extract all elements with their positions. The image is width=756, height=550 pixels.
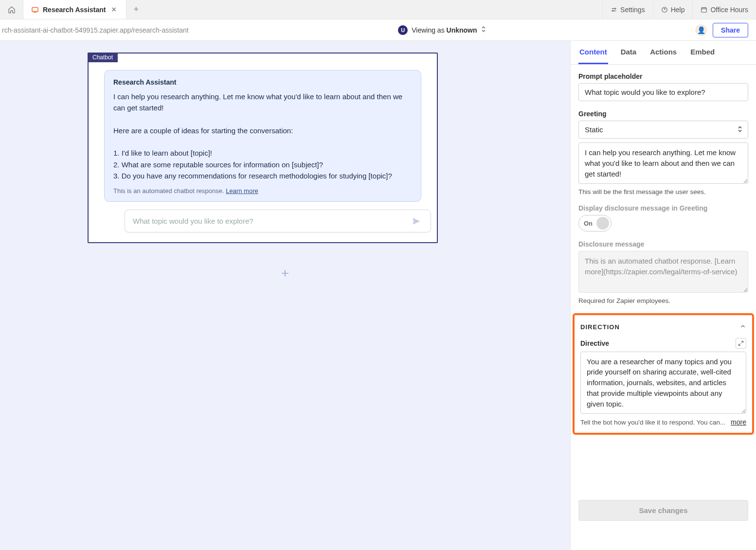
toggle-knob <box>596 217 609 230</box>
help-icon <box>661 6 668 13</box>
home-button[interactable] <box>0 0 23 19</box>
directive-label: Directive <box>580 339 609 347</box>
field-prompt-placeholder: Prompt placeholder <box>578 72 748 101</box>
save-changes-button[interactable]: Save changes <box>578 500 748 521</box>
learn-more-link[interactable]: Learn more <box>226 187 258 195</box>
direction-section-highlight: DIRECTION Directive Tell the bot how y <box>573 313 754 435</box>
chevron-updown-icon <box>481 26 486 34</box>
bot-name: Research Assistant <box>113 78 412 86</box>
help-button[interactable]: Help <box>653 0 693 19</box>
greeting-select[interactable] <box>578 121 748 139</box>
help-label: Help <box>671 6 685 14</box>
direction-title: DIRECTION <box>580 323 620 331</box>
svg-rect-0 <box>32 7 38 12</box>
tab-embed[interactable]: Embed <box>689 41 716 64</box>
close-icon[interactable]: × <box>109 5 118 14</box>
greeting-text: I can help you research anything. Let me… <box>113 91 412 181</box>
settings-icon <box>611 6 617 13</box>
settings-button[interactable]: Settings <box>602 0 653 19</box>
chatbot-block[interactable]: Chatbot Research Assistant I can help yo… <box>88 53 438 243</box>
svg-rect-4 <box>702 7 707 12</box>
profile-avatar[interactable]: 👤 <box>695 24 707 36</box>
add-block-button[interactable] <box>277 266 293 281</box>
send-icon[interactable] <box>412 216 421 226</box>
home-icon <box>8 6 16 14</box>
disclosure-message-textarea <box>578 251 748 292</box>
settings-label: Settings <box>620 6 645 14</box>
more-link[interactable]: more <box>731 418 746 426</box>
tab-research-assistant[interactable]: Research Assistant × <box>23 0 126 19</box>
greeting-textarea[interactable] <box>578 142 748 184</box>
chevron-up-icon <box>739 323 746 331</box>
disclosure-line: This is an automated chatbot response. L… <box>113 187 412 195</box>
new-tab-button[interactable]: + <box>126 0 146 19</box>
greeting-label: Greeting <box>578 110 748 118</box>
disclosure-message-hint: Required for Zapier employees. <box>578 297 748 304</box>
share-button[interactable]: Share <box>713 23 748 37</box>
disclosure-message-label: Disclosure message <box>578 240 748 248</box>
directive-textarea[interactable] <box>580 352 746 414</box>
viewing-as[interactable]: U Viewing as Unknown <box>189 25 695 35</box>
tab-content[interactable]: Content <box>578 41 608 64</box>
direction-section-header[interactable]: DIRECTION <box>580 321 746 333</box>
prompt-placeholder-input[interactable] <box>578 83 748 101</box>
field-disclosure-message: Disclosure message Required for Zapier e… <box>578 240 748 304</box>
chat-greeting-bubble: Research Assistant I can help you resear… <box>104 70 421 202</box>
directive-hint: Tell the bot how you'd like it to respon… <box>580 419 725 426</box>
field-greeting: Greeting This will be the first message … <box>578 110 748 195</box>
tab-data[interactable]: Data <box>620 41 638 64</box>
field-disclosure-toggle: Display disclosure message in Greeting O… <box>578 204 748 231</box>
office-hours-label: Office Hours <box>710 6 748 14</box>
tab-actions[interactable]: Actions <box>649 41 678 64</box>
tab-title: Research Assistant <box>43 6 106 14</box>
user-avatar-icon: U <box>398 25 408 35</box>
canvas[interactable]: Chatbot Research Assistant I can help yo… <box>0 41 570 550</box>
disclosure-toggle-label: Display disclosure message in Greeting <box>578 204 748 212</box>
office-hours-button[interactable]: Office Hours <box>692 0 756 19</box>
disclosure-toggle[interactable]: On <box>578 215 612 231</box>
block-tag: Chatbot <box>88 53 118 62</box>
viewing-as-text: Viewing as Unknown <box>412 26 477 34</box>
calendar-icon <box>701 6 707 13</box>
side-panel: Content Data Actions Embed Prompt placeh… <box>570 41 756 550</box>
prompt-placeholder-label: Prompt placeholder <box>578 72 748 80</box>
chatbot-icon <box>31 6 39 14</box>
expand-icon <box>738 340 744 346</box>
toggle-state: On <box>584 220 593 227</box>
app-tab-bar: Research Assistant × + Settings Help Off… <box>0 0 756 19</box>
greeting-hint: This will be the first message the user … <box>578 188 748 195</box>
panel-tabs: Content Data Actions Embed <box>571 41 756 65</box>
save-bar: Save changes <box>571 493 756 531</box>
chat-input[interactable] <box>125 210 431 232</box>
url-bar: rch-assistant-ai-chatbot-549915.zapier.a… <box>0 19 756 41</box>
expand-button[interactable] <box>736 338 746 349</box>
url-text: rch-assistant-ai-chatbot-549915.zapier.a… <box>2 26 189 34</box>
svg-point-1 <box>614 8 615 9</box>
svg-point-2 <box>612 10 613 11</box>
